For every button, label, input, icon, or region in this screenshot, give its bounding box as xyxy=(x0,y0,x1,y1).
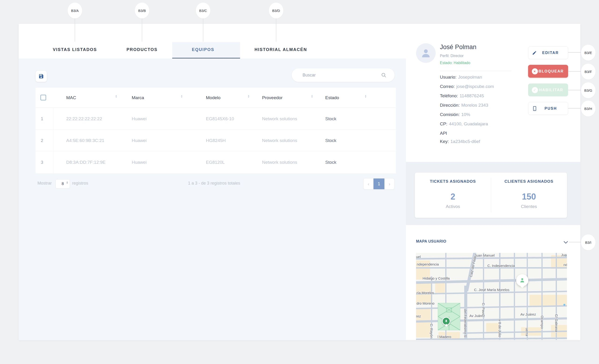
table-row[interactable]: 3D8:3A:DD:7F:12:9EHuaweiEG8120LNetwork s… xyxy=(35,151,396,173)
tab-vistas-listados[interactable]: VISTAS LISTADOS xyxy=(53,47,97,52)
table-row[interactable]: 122:22:22:22:22:22HuaweiEG8145X6-10Netwo… xyxy=(35,108,396,130)
callout-line xyxy=(142,18,142,42)
select-all-checkbox[interactable] xyxy=(41,95,46,100)
field-value: 10% xyxy=(461,112,470,117)
street-label: v 8 de Julio xyxy=(498,319,502,337)
map-block xyxy=(416,308,431,338)
cell-num: 2 xyxy=(35,138,48,143)
next-page-button[interactable]: › xyxy=(384,179,394,189)
street-label: C. Pavo xyxy=(482,303,485,315)
save-button[interactable] xyxy=(35,71,47,82)
callout-b3g: B3/G xyxy=(581,82,596,98)
tree-icon xyxy=(444,319,448,323)
street-label: l Madero xyxy=(438,335,451,339)
search-icon[interactable] xyxy=(381,72,387,78)
clientes-title: CLIENTES ASIGNADOS xyxy=(491,179,567,184)
cell-modelo: HG8245H xyxy=(206,138,260,143)
habilitar-button[interactable]: ✓ HABILITAR xyxy=(528,84,568,96)
field-value: jose@ispcube.com xyxy=(456,84,494,89)
tickets-value: 2 xyxy=(415,192,491,202)
street-label: C. Rayón xyxy=(430,324,434,338)
divider xyxy=(440,71,511,71)
field-label: CP: xyxy=(440,121,447,126)
button-label: HABILITAR xyxy=(538,88,564,92)
callout-line xyxy=(568,52,581,53)
callout-label: B3/H xyxy=(584,107,592,111)
column-header-marca[interactable]: Marca xyxy=(132,95,144,100)
user-map[interactable]: uelJuan ManuelJuanndependenciaC. Indepen… xyxy=(416,253,567,340)
cell-estado: Stock xyxy=(325,160,363,165)
street-label: ría Morelos xyxy=(416,291,434,295)
column-header-modelo[interactable]: Modelo xyxy=(206,95,220,100)
field-correo: Correo:jose@ispcube.com xyxy=(440,84,494,89)
map-section-title: MAPA USUARIO xyxy=(416,239,446,243)
street-label: uerra xyxy=(525,328,529,336)
field-direccion: Dirección:Morelos 2343 xyxy=(440,103,488,108)
callout-label: B3/C xyxy=(199,9,207,13)
column-divider xyxy=(53,108,53,173)
park-tree-marker xyxy=(442,317,450,325)
column-header-mac[interactable]: MAC xyxy=(66,95,76,100)
user-estado: Estado: Habilitado xyxy=(440,61,470,65)
tab-equipos[interactable]: EQUIPOS xyxy=(192,47,214,52)
chevron-down-icon[interactable] xyxy=(562,239,569,246)
street-label: C/ Galeana xyxy=(555,314,558,332)
street-label: Hidalgo y Costilla xyxy=(423,276,450,280)
editar-button[interactable]: EDITAR xyxy=(528,46,568,59)
column-header-estado[interactable]: Estado xyxy=(325,95,339,100)
current-page-button[interactable]: 1 xyxy=(373,179,385,189)
cell-modelo: EG8145X6-10 xyxy=(206,116,260,121)
tab-productos[interactable]: PRODUCTOS xyxy=(127,47,158,52)
callout-line xyxy=(568,71,581,72)
button-label: PUSH xyxy=(537,106,564,111)
callout-line xyxy=(568,90,581,90)
callout-b3e: B3/E xyxy=(581,45,596,61)
map-street xyxy=(527,253,528,340)
person-icon xyxy=(519,277,526,284)
sort-icon[interactable]: ▲▼ xyxy=(247,95,250,98)
stats-card: TICKETS ASIGNADOS 2 Activos CLIENTES ASI… xyxy=(415,173,567,218)
page-size-select[interactable]: 8 ▲▼ xyxy=(55,179,70,189)
search-input[interactable] xyxy=(303,68,380,82)
bloquear-button[interactable]: × BLOQUEAR xyxy=(528,65,568,78)
cell-proveedor: Network solutions xyxy=(262,116,323,121)
street-label: uel xyxy=(416,255,421,259)
street-label: ndependencia xyxy=(417,262,439,266)
street-label: C. José María Morelos xyxy=(474,288,509,292)
sort-icon[interactable]: ▲▼ xyxy=(311,95,313,98)
button-label: EDITAR xyxy=(537,51,564,55)
street-label: Ocampo xyxy=(540,316,544,329)
person-icon xyxy=(420,47,432,59)
callout-b3d: B3/D xyxy=(269,3,283,18)
cell-proveedor: Network solutions xyxy=(262,160,323,165)
push-button[interactable]: PUSH xyxy=(528,102,568,115)
field-api-key: Key:1a234bc5-d6ef xyxy=(440,139,480,144)
field-value: 44100, Guadalajara xyxy=(449,121,488,126)
field-label: Key: xyxy=(440,139,449,144)
sort-icon[interactable]: ▲▼ xyxy=(115,95,117,98)
sort-icon[interactable]: ▲▼ xyxy=(181,95,183,98)
field-label: Teléfono: xyxy=(440,93,458,98)
page-size-label: Mostrar xyxy=(37,181,52,186)
registros-label: registros xyxy=(72,181,88,186)
avatar xyxy=(416,43,436,63)
field-value: Josepolman xyxy=(458,75,482,79)
callout-label: B3/E xyxy=(584,51,592,55)
page-size-value: 8 xyxy=(62,182,64,186)
table-row[interactable]: 2A4:5E:60:9B:3C:21HuaweiHG8245HNetwork s… xyxy=(35,130,396,151)
table-header: MAC ▲▼ Marca ▲▼ Modelo ▲▼ Proveedor ▲▼ E… xyxy=(35,88,396,108)
field-label: Usuario: xyxy=(440,75,457,79)
sort-icon[interactable]: ▲▼ xyxy=(365,95,367,98)
callout-b3a: B3/A xyxy=(68,3,82,18)
smartphone-icon xyxy=(532,106,537,111)
cell-marca: Huawei xyxy=(132,116,190,121)
prev-page-button[interactable]: ‹ xyxy=(364,179,373,189)
map-street xyxy=(483,253,484,340)
field-value: 1148876245 xyxy=(459,93,484,98)
user-location-marker[interactable] xyxy=(516,274,528,286)
callout-label: B3/A xyxy=(71,9,79,13)
tab-historial-almacen[interactable]: HISTORIAL ALMACÉN xyxy=(255,47,307,52)
field-value: Morelos 2343 xyxy=(461,103,488,108)
column-header-proveedor[interactable]: Proveedor xyxy=(262,95,283,100)
search-box xyxy=(292,68,395,82)
